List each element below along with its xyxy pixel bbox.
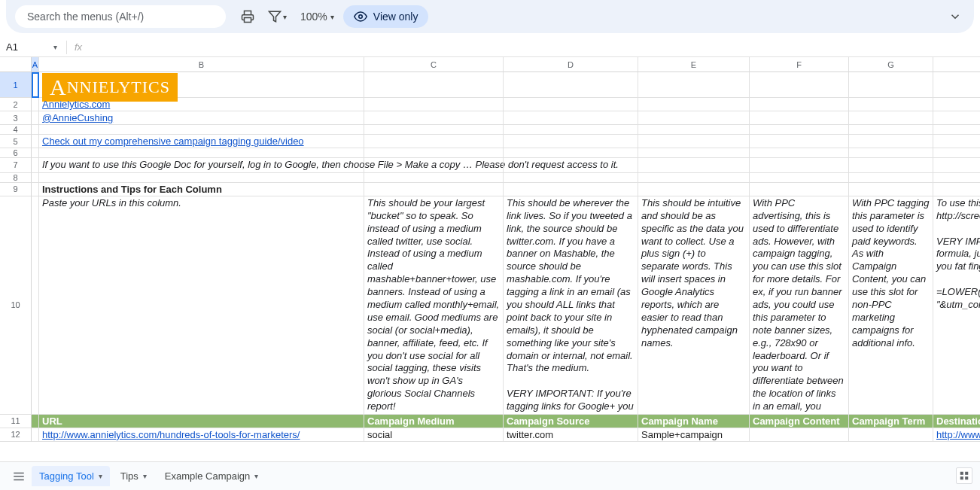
instr-name[interactable]: This should be intuitive and should be a… — [638, 196, 750, 415]
fx-icon: fx — [70, 41, 87, 53]
cell-reference-input[interactable]: A1 ▾ — [0, 41, 63, 53]
expand-toolbar-icon[interactable] — [948, 10, 962, 23]
svg-rect-7 — [960, 476, 963, 479]
select-all-corner[interactable] — [0, 57, 32, 72]
data-url[interactable]: http://www.annielytics.com/hundreds-of-t… — [39, 428, 364, 442]
col-header-D[interactable]: D — [504, 57, 638, 72]
sheet-tabs-bar: Tagging Tool▾ Tips▾ Example Campaign▾ — [0, 461, 980, 490]
row-header[interactable]: 2 — [0, 98, 32, 111]
row-header[interactable]: 8 — [0, 173, 32, 183]
svg-point-0 — [359, 15, 363, 19]
col-header-E[interactable]: E — [638, 57, 750, 72]
explore-button[interactable] — [956, 467, 972, 484]
data-content[interactable] — [750, 428, 849, 442]
tab-example-campaign[interactable]: Example Campaign▾ — [157, 466, 266, 486]
instructions-heading[interactable]: Instructions and Tips for Each Column — [39, 183, 364, 196]
tab-tagging-tool[interactable]: Tagging Tool▾ — [32, 466, 110, 486]
filter-icon[interactable]: ▾ — [268, 10, 287, 23]
link-twitter[interactable]: @AnnieCushing — [39, 111, 364, 125]
row-header[interactable]: 1 — [0, 72, 32, 98]
chevron-down-icon: ▾ — [254, 472, 258, 480]
row-header[interactable]: 9 — [0, 183, 32, 196]
cell-A1[interactable] — [32, 72, 39, 98]
view-only-badge[interactable]: View only — [343, 5, 429, 28]
col-header-G[interactable]: G — [849, 57, 933, 72]
hdr-dest[interactable]: Destinatio — [933, 415, 980, 428]
spreadsheet-grid[interactable]: A B C D E F G 1 ANNIELYTICS 2 Annielytic… — [0, 57, 980, 442]
formula-bar: A1 ▾ fx — [0, 38, 980, 57]
row-header[interactable]: 11 — [0, 415, 32, 428]
data-source[interactable]: twitter.com — [504, 428, 638, 442]
link-guide[interactable]: Check out my comprehensive campaign tagg… — [39, 135, 364, 148]
row-header[interactable]: 4 — [0, 125, 32, 135]
data-dest[interactable]: http://www — [933, 428, 980, 442]
col-header-C[interactable]: C — [364, 57, 504, 72]
cell-B1[interactable]: ANNIELYTICS — [39, 72, 364, 98]
row-header[interactable]: 7 — [0, 158, 32, 173]
eye-icon — [354, 10, 367, 23]
instr-url[interactable]: Paste your URLs in this column. — [39, 196, 364, 415]
copy-note[interactable]: If you want to use this Google Doc for y… — [39, 158, 364, 173]
col-header-F[interactable]: F — [750, 57, 849, 72]
menu-search-input[interactable]: Search the menus (Alt+/) — [15, 5, 226, 28]
hdr-content[interactable]: Campaign Content — [750, 415, 849, 428]
hdr-medium[interactable]: Campaign Medium — [364, 415, 504, 428]
svg-rect-6 — [965, 476, 968, 479]
svg-rect-4 — [960, 472, 963, 475]
link-annielytics[interactable]: Annielytics.com — [39, 98, 364, 111]
col-header-A[interactable]: A — [32, 57, 39, 72]
chevron-down-icon: ▾ — [99, 472, 102, 480]
row-header[interactable]: 3 — [0, 111, 32, 125]
hdr-name[interactable]: Campaign Name — [638, 415, 750, 428]
all-sheets-icon[interactable] — [9, 467, 29, 486]
data-name-col[interactable]: Sample+campaign — [638, 428, 750, 442]
instr-term[interactable]: With PPC tagging this parameter is used … — [849, 196, 933, 415]
instr-medium[interactable]: This should be your largest "bucket" so … — [364, 196, 504, 415]
print-icon[interactable] — [241, 10, 254, 23]
zoom-dropdown[interactable]: 100% ▾ — [300, 11, 334, 23]
col-header-B[interactable]: B — [39, 57, 364, 72]
row-header[interactable]: 12 — [0, 428, 32, 442]
col-header-H[interactable] — [933, 57, 980, 72]
data-medium[interactable]: social — [364, 428, 504, 442]
instr-content[interactable]: With PPC advertising, this is used to di… — [750, 196, 849, 415]
row-header[interactable]: 5 — [0, 135, 32, 148]
toolbar: Search the menus (Alt+/) ▾ 100% ▾ View o… — [6, 0, 974, 33]
instr-source[interactable]: This should be wherever the link lives. … — [504, 196, 638, 415]
row-header[interactable]: 10 — [0, 196, 32, 415]
hdr-term[interactable]: Campaign Term — [849, 415, 933, 428]
svg-rect-5 — [965, 472, 968, 475]
hdr-url[interactable]: URL — [39, 415, 364, 428]
row-header[interactable]: 6 — [0, 148, 32, 158]
data-term[interactable] — [849, 428, 933, 442]
instr-dest[interactable]: To use this http://scree VERY IMPO formu… — [933, 196, 980, 415]
chevron-down-icon: ▾ — [143, 472, 147, 480]
hdr-source[interactable]: Campaign Source — [504, 415, 638, 428]
tab-tips[interactable]: Tips▾ — [113, 466, 154, 486]
